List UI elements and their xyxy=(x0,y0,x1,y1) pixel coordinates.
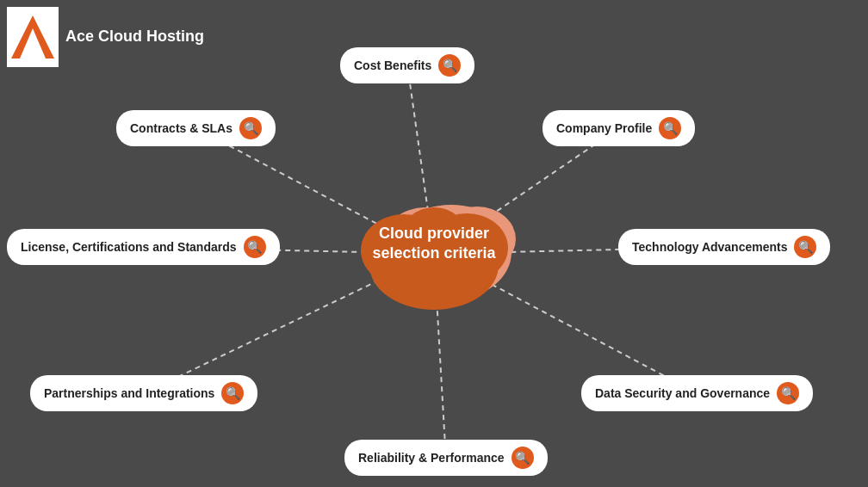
criterion-license-certifications[interactable]: License, Certifications and Standards🔍 xyxy=(7,229,280,265)
criterion-label-company-profile: Company Profile xyxy=(556,121,652,135)
criterion-contracts-slas[interactable]: Contracts & SLAs🔍 xyxy=(116,110,276,146)
logo: Ace Cloud Hosting xyxy=(7,7,204,67)
search-icon-company-profile[interactable]: 🔍 xyxy=(659,117,681,139)
criterion-data-security[interactable]: Data Security and Governance🔍 xyxy=(581,375,813,411)
criterion-company-profile[interactable]: Company Profile🔍 xyxy=(542,110,695,146)
search-icon-contracts-slas[interactable]: 🔍 xyxy=(239,117,262,139)
cloud-shape xyxy=(339,175,529,312)
criterion-cost-benefits[interactable]: Cost Benefits🔍 xyxy=(340,47,474,83)
cloud-container: Cloud provider selection criteria xyxy=(339,175,529,312)
criterion-reliability-performance[interactable]: Reliability & Performance🔍 xyxy=(344,440,548,476)
logo-icon xyxy=(7,7,59,67)
criterion-label-license-certifications: License, Certifications and Standards xyxy=(21,240,237,254)
criterion-label-data-security: Data Security and Governance xyxy=(595,386,770,400)
search-icon-cost-benefits[interactable]: 🔍 xyxy=(438,54,461,77)
search-icon-technology-advancements[interactable]: 🔍 xyxy=(794,236,816,258)
criterion-label-contracts-slas: Contracts & SLAs xyxy=(130,121,232,135)
criterion-technology-advancements[interactable]: Technology Advancements🔍 xyxy=(618,229,830,265)
logo-text: Ace Cloud Hosting xyxy=(65,27,204,46)
search-icon-data-security[interactable]: 🔍 xyxy=(777,382,799,404)
svg-point-9 xyxy=(401,207,467,266)
criterion-label-technology-advancements: Technology Advancements xyxy=(632,240,787,254)
criterion-label-cost-benefits: Cost Benefits xyxy=(354,59,431,72)
search-icon-partnerships-integrations[interactable]: 🔍 xyxy=(221,382,244,404)
search-icon-reliability-performance[interactable]: 🔍 xyxy=(512,447,534,469)
criterion-partnerships-integrations[interactable]: Partnerships and Integrations🔍 xyxy=(30,375,257,411)
criterion-label-partnerships-integrations: Partnerships and Integrations xyxy=(44,386,214,400)
criterion-label-reliability-performance: Reliability & Performance xyxy=(358,451,505,465)
search-icon-license-certifications[interactable]: 🔍 xyxy=(244,236,266,258)
